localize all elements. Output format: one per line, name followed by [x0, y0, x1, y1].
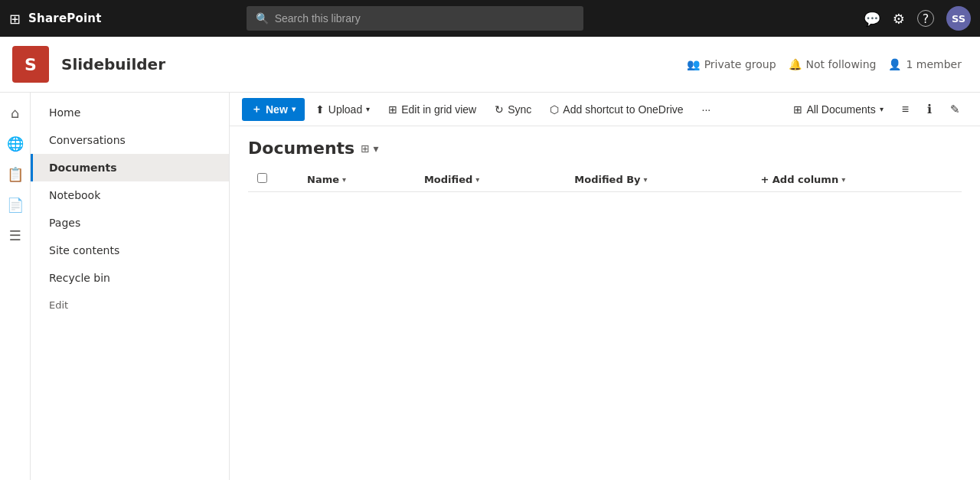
toolbar-right: ⊞ All Documents ▾ ≡ ℹ ✎	[786, 97, 968, 121]
grid-icon: ⊞	[388, 103, 397, 116]
col-modified-by-sort-icon: ▾	[644, 175, 648, 184]
documents-table: Name ▾ Modified ▾ Modifi	[248, 167, 962, 192]
add-shortcut-button[interactable]: ⬡ Add shortcut to OneDrive	[542, 99, 691, 120]
chat-icon[interactable]: 💬	[864, 11, 880, 27]
search-icon: 🔍	[256, 12, 269, 24]
site-title: Slidebuilder	[61, 55, 165, 73]
side-home-icon[interactable]: ⌂	[2, 99, 29, 126]
main-content: ＋ New ▾ ⬆ Upload ▾ ⊞ Edit in grid view ↻…	[230, 93, 980, 480]
top-bar: ⊞ SharePoint 🔍 💬 ⚙ ? SS	[0, 0, 980, 37]
sidebar-item-recycle-bin[interactable]: Recycle bin	[31, 264, 229, 292]
info-icon: ℹ	[927, 102, 932, 116]
sidebar-item-edit[interactable]: Edit	[31, 292, 229, 318]
avatar[interactable]: SS	[946, 6, 971, 31]
col-type	[276, 167, 298, 192]
upload-label: Upload	[328, 103, 362, 116]
sidebar-item-site-contents[interactable]: Site contents	[31, 237, 229, 264]
member-icon: 👤	[888, 58, 901, 70]
filter-icon: ≡	[902, 103, 909, 116]
not-following-label: Not following	[806, 58, 877, 70]
sidebar-item-label: Edit	[49, 299, 68, 311]
member-item[interactable]: 👤 1 member	[888, 58, 962, 70]
new-chevron-icon: ▾	[292, 105, 296, 113]
settings-icon[interactable]: ⚙	[893, 11, 905, 27]
documents-title-row: Documents ⊞ ▾	[248, 139, 962, 158]
sidebar-item-notebook[interactable]: Notebook	[31, 181, 229, 209]
col-checkbox[interactable]	[248, 167, 276, 192]
edit-view-button[interactable]: ✎	[942, 98, 968, 121]
site-meta: 👥 Private group 🔔 Not following 👤 1 memb…	[687, 58, 962, 70]
body-layout: ⌂ 🌐 📋 📄 ☰ Home Conversations Documents N…	[0, 93, 980, 480]
private-group-item[interactable]: 👥 Private group	[687, 58, 776, 70]
sync-button[interactable]: ↻ Sync	[487, 99, 539, 120]
sidebar-item-label: Notebook	[49, 189, 100, 201]
search-input[interactable]	[275, 12, 574, 24]
top-bar-left: ⊞ SharePoint	[9, 11, 102, 27]
side-icons-bar: ⌂ 🌐 📋 📄 ☰	[0, 93, 31, 480]
sidebar-item-label: Home	[49, 106, 80, 119]
sync-label: Sync	[508, 103, 531, 116]
col-add-column[interactable]: + Add column ▾	[751, 167, 962, 192]
bell-icon: 🔔	[789, 58, 802, 70]
col-add-column-label: + Add column	[760, 174, 838, 185]
col-name-label: Name	[307, 174, 339, 185]
documents-area: Documents ⊞ ▾ Name ▾	[230, 126, 980, 192]
col-name[interactable]: Name ▾	[298, 167, 415, 192]
not-following-item[interactable]: 🔔 Not following	[789, 58, 877, 70]
top-bar-right: 💬 ⚙ ? SS	[864, 6, 971, 31]
upload-button[interactable]: ⬆ Upload ▾	[308, 99, 377, 120]
edit-view-icon: ✎	[950, 103, 960, 116]
more-icon: ···	[702, 103, 711, 116]
left-nav: Home Conversations Documents Notebook Pa…	[31, 93, 230, 480]
all-docs-chevron-icon: ▾	[880, 105, 884, 113]
col-modified-sort-icon: ▾	[475, 175, 479, 184]
col-modified-label: Modified	[424, 174, 472, 185]
private-group-label: Private group	[704, 58, 776, 70]
col-modified-by-label: Modified By	[574, 174, 640, 185]
site-logo: S	[12, 46, 49, 83]
sync-icon: ↻	[495, 103, 504, 116]
site-header: S Slidebuilder 👥 Private group 🔔 Not fol…	[0, 37, 980, 93]
sharepoint-logo[interactable]: SharePoint	[28, 11, 101, 25]
new-button[interactable]: ＋ New ▾	[242, 98, 305, 121]
plus-icon: ＋	[251, 103, 262, 116]
more-button[interactable]: ···	[694, 99, 719, 120]
help-icon[interactable]: ?	[917, 10, 934, 27]
toolbar: ＋ New ▾ ⬆ Upload ▾ ⊞ Edit in grid view ↻…	[230, 93, 980, 126]
col-modified-by[interactable]: Modified By ▾	[565, 167, 751, 192]
new-label: New	[266, 103, 288, 116]
documents-title: Documents	[248, 139, 354, 158]
upload-icon: ⬆	[315, 103, 325, 116]
sidebar-item-conversations[interactable]: Conversations	[31, 126, 229, 154]
sidebar-item-documents[interactable]: Documents	[31, 154, 229, 181]
upload-chevron-icon: ▾	[366, 105, 370, 113]
all-documents-label: All Documents	[806, 103, 875, 116]
edit-grid-button[interactable]: ⊞ Edit in grid view	[381, 99, 484, 120]
all-documents-button[interactable]: ⊞ All Documents ▾	[786, 99, 890, 120]
side-globe-icon[interactable]: 🌐	[2, 129, 29, 157]
select-all-checkbox[interactable]	[257, 173, 267, 183]
col-modified[interactable]: Modified ▾	[415, 167, 565, 192]
sidebar-item-label: Conversations	[49, 134, 126, 146]
sidebar-item-pages[interactable]: Pages	[31, 209, 229, 237]
docs-view-toggle-icon[interactable]: ⊞ ▾	[361, 142, 378, 155]
side-calendar-icon[interactable]: 📋	[2, 160, 29, 188]
sidebar-item-home[interactable]: Home	[31, 99, 229, 126]
view-icon: ⊞	[793, 103, 802, 116]
sidebar-item-label: Site contents	[49, 244, 119, 256]
sidebar-item-label: Documents	[49, 162, 117, 174]
col-name-sort-icon: ▾	[342, 175, 346, 184]
filter-button[interactable]: ≡	[894, 98, 916, 121]
edit-grid-label: Edit in grid view	[401, 103, 476, 116]
col-add-column-sort-icon: ▾	[841, 175, 845, 184]
member-label: 1 member	[906, 58, 962, 70]
info-button[interactable]: ℹ	[920, 97, 939, 121]
side-menu-icon[interactable]: ☰	[2, 221, 29, 249]
group-icon: 👥	[687, 58, 700, 70]
waffle-icon[interactable]: ⊞	[9, 11, 21, 27]
shortcut-icon: ⬡	[550, 103, 559, 116]
search-bar: 🔍	[247, 6, 583, 31]
side-page-icon[interactable]: 📄	[2, 191, 29, 218]
sidebar-item-label: Recycle bin	[49, 272, 110, 284]
add-shortcut-label: Add shortcut to OneDrive	[563, 103, 683, 116]
